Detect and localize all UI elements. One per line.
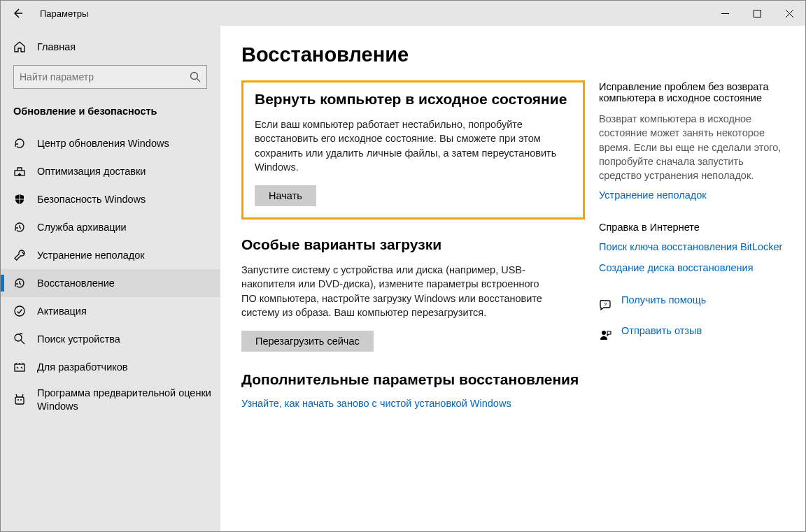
shield-icon: [13, 193, 26, 206]
main-column: Восстановление Вернуть компьютер в исход…: [241, 43, 585, 517]
help-icon: ?: [599, 299, 611, 311]
fresh-start-link[interactable]: Узнайте, как начать заново с чистой уста…: [241, 398, 511, 409]
feedback-label: Отправить отзыв: [621, 325, 702, 336]
window-title: Параметры: [34, 8, 88, 19]
window-controls: [709, 1, 805, 26]
sidebar-item-label: Поиск устройства: [37, 333, 120, 345]
svg-point-8: [20, 399, 22, 401]
sidebar-item-activation[interactable]: Активация: [1, 297, 220, 325]
delivery-icon: [13, 165, 26, 178]
get-help-label: Получить помощь: [621, 294, 706, 305]
find-device-icon: [13, 333, 26, 345]
sidebar-item-recovery[interactable]: Восстановление: [1, 269, 220, 297]
sidebar-item-label: Безопасность Windows: [37, 194, 146, 205]
aside-webhelp-heading: Справка в Интернете: [599, 222, 784, 233]
minimize-icon: [721, 10, 729, 17]
sidebar-item-label: Оптимизация доставки: [37, 166, 146, 177]
category-title: Обновление и безопасность: [1, 99, 220, 129]
backup-icon: [13, 221, 26, 233]
reset-start-button[interactable]: Начать: [255, 185, 316, 206]
aside-troubleshoot-heading: Исправление проблем без возврата компьют…: [599, 81, 784, 103]
aside-support: ? Получить помощь Отправить отзыв: [599, 294, 784, 346]
sidebar-item-windows-security[interactable]: Безопасность Windows: [1, 185, 220, 213]
svg-rect-5: [15, 364, 24, 371]
sidebar: Главная Обновление и безопасность Центр …: [1, 26, 220, 531]
aside-troubleshoot: Исправление проблем без возврата компьют…: [599, 81, 784, 201]
more-recovery-section: Дополнительные параметры восстановления …: [241, 371, 585, 409]
get-help-row[interactable]: ? Получить помощь: [599, 294, 784, 315]
page-title: Восстановление: [241, 43, 585, 66]
svg-point-1: [191, 73, 198, 80]
reset-pc-section: Вернуть компьютер в исходное состояние Е…: [241, 80, 585, 220]
sidebar-item-backup[interactable]: Служба архивации: [1, 213, 220, 241]
search-box[interactable]: [13, 65, 207, 89]
maximize-button[interactable]: [741, 1, 773, 26]
search-icon: [190, 71, 201, 82]
sidebar-item-troubleshoot[interactable]: Устранение неполадок: [1, 241, 220, 269]
aside-troubleshoot-body: Возврат компьютера в исходное состояние …: [599, 112, 784, 182]
refresh-icon: [13, 137, 26, 150]
maximize-icon: [754, 10, 761, 17]
svg-point-4: [15, 334, 22, 341]
minimize-button[interactable]: [709, 1, 741, 26]
sidebar-item-label: Восстановление: [37, 278, 115, 289]
sidebar-item-label: Служба архивации: [37, 222, 127, 233]
advanced-startup-heading: Особые варианты загрузки: [241, 236, 585, 253]
restart-now-button[interactable]: Перезагрузить сейчас: [241, 331, 374, 352]
reset-heading: Вернуть компьютер в исходное состояние: [255, 91, 572, 108]
content-area: Восстановление Вернуть компьютер в исход…: [220, 26, 805, 531]
home-button[interactable]: Главная: [1, 33, 220, 61]
back-button[interactable]: [1, 1, 34, 26]
sidebar-item-windows-update[interactable]: Центр обновления Windows: [1, 129, 220, 157]
more-recovery-heading: Дополнительные параметры восстановления: [241, 371, 585, 388]
advanced-startup-body: Запустите систему с устройства или диска…: [241, 263, 549, 319]
sidebar-item-for-developers[interactable]: Для разработчиков: [1, 353, 220, 381]
sidebar-item-label: Для разработчиков: [37, 361, 128, 373]
sidebar-item-label: Программа предварительной оценки Windows: [37, 387, 220, 413]
advanced-startup-section: Особые варианты загрузки Запустите систе…: [241, 236, 585, 352]
feedback-row[interactable]: Отправить отзыв: [599, 325, 784, 346]
developers-icon: [13, 361, 26, 373]
close-icon: [786, 10, 793, 17]
search-input[interactable]: [20, 71, 190, 82]
sidebar-item-insider[interactable]: Программа предварительной оценки Windows: [1, 381, 220, 419]
close-button[interactable]: [773, 1, 805, 26]
titlebar: Параметры: [1, 1, 805, 26]
activation-icon: [13, 305, 26, 317]
sidebar-item-find-my-device[interactable]: Поиск устройства: [1, 325, 220, 353]
wrench-icon: [13, 249, 26, 261]
home-label: Главная: [37, 41, 76, 52]
sidebar-item-label: Устранение неполадок: [37, 250, 145, 261]
recovery-icon: [13, 277, 26, 289]
aside-column: Исправление проблем без возврата компьют…: [599, 43, 784, 517]
settings-window: Параметры Главная: [0, 0, 806, 532]
sidebar-item-delivery-optimization[interactable]: Оптимизация доставки: [1, 157, 220, 185]
sidebar-item-label: Центр обновления Windows: [37, 138, 169, 149]
svg-point-10: [602, 331, 606, 335]
reset-body: Если ваш компьютер работает нестабильно,…: [255, 117, 563, 174]
home-icon: [13, 41, 26, 53]
aside-troubleshoot-link[interactable]: Устранение неполадок: [599, 189, 784, 201]
aside-webhelp: Справка в Интернете Поиск ключа восстано…: [599, 222, 784, 273]
svg-point-7: [17, 399, 19, 401]
svg-rect-6: [15, 397, 24, 404]
svg-text:?: ?: [604, 301, 607, 308]
arrow-left-icon: [12, 8, 23, 19]
bitlocker-key-link[interactable]: Поиск ключа восстановления BitLocker: [599, 241, 784, 252]
recovery-drive-link[interactable]: Создание диска восстановления: [599, 262, 784, 273]
svg-point-3: [15, 306, 24, 316]
insider-icon: [13, 394, 26, 406]
sidebar-item-label: Активация: [37, 305, 87, 317]
svg-rect-0: [754, 10, 761, 17]
feedback-icon: [599, 329, 611, 342]
